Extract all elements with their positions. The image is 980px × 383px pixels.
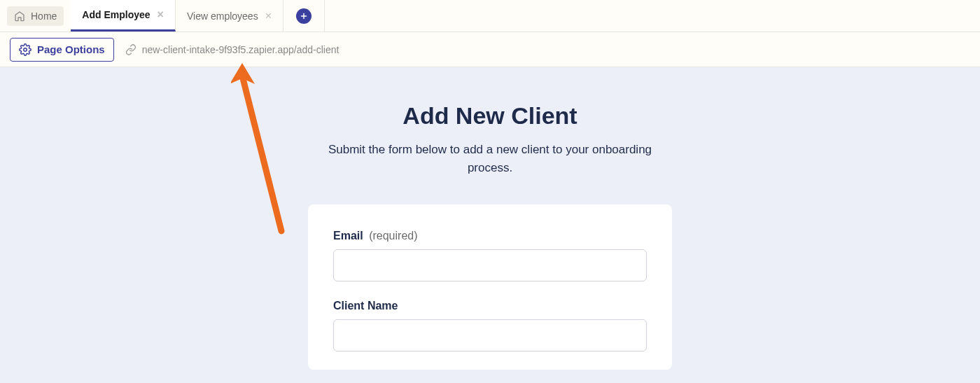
sub-bar: Page Options new-client-intake-9f93f5.za…: [0, 32, 980, 67]
page-options-label: Page Options: [37, 43, 105, 55]
close-icon[interactable]: ×: [265, 11, 272, 22]
field-label: Client Name: [333, 300, 647, 312]
field-label-text: Client Name: [333, 300, 398, 312]
gear-icon: [19, 43, 31, 56]
tab-label: Add Employee: [82, 9, 150, 20]
add-tab-button[interactable]: [296, 8, 312, 24]
close-icon[interactable]: ×: [158, 9, 164, 20]
tab-view-employees[interactable]: View employees ×: [176, 0, 284, 32]
home-label: Home: [31, 11, 57, 22]
email-input[interactable]: [333, 249, 647, 281]
page-canvas: Add New Client Submit the form below to …: [0, 67, 980, 383]
required-hint: (required): [369, 230, 417, 242]
form-field-client-name: Client Name: [333, 300, 647, 351]
home-icon: [14, 11, 25, 22]
field-label-text: Email: [333, 230, 363, 242]
tab-divider: [324, 0, 325, 32]
page-options-button[interactable]: Page Options: [10, 38, 114, 62]
link-icon: [125, 44, 136, 55]
tab-label: View employees: [187, 11, 258, 22]
tab-bar: Home Add Employee × View employees ×: [0, 0, 980, 32]
form-card: Email (required) Client Name: [308, 204, 672, 370]
page-subtitle: Submit the form below to add a new clien…: [308, 141, 672, 176]
page-title: Add New Client: [402, 102, 577, 130]
client-name-input[interactable]: [333, 319, 647, 351]
form-field-email: Email (required): [333, 230, 647, 281]
page-url[interactable]: new-client-intake-9f93f5.zapier.app/add-…: [125, 44, 340, 55]
svg-point-2: [24, 48, 27, 51]
page-url-text: new-client-intake-9f93f5.zapier.app/add-…: [142, 44, 340, 55]
tab-add-employee[interactable]: Add Employee ×: [71, 0, 176, 32]
field-label: Email (required): [333, 230, 647, 242]
home-button[interactable]: Home: [7, 6, 64, 26]
